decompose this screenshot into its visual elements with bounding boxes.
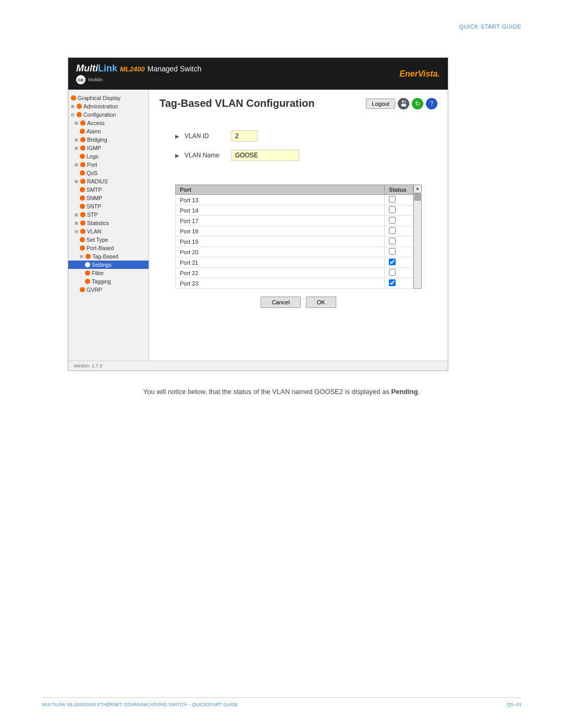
sidebar-item-qos[interactable]: QoS [68, 169, 149, 177]
sidebar-item-alarm[interactable]: Alarm [68, 127, 149, 135]
port-18-checkbox[interactable] [389, 227, 396, 234]
radius-icon [80, 179, 85, 184]
cancel-button[interactable]: Cancel [261, 297, 300, 308]
port-14-checkbox[interactable] [389, 206, 396, 213]
panel-controls: Logout 💾 ↻ ? [366, 98, 437, 109]
port-icon [80, 162, 85, 167]
table-row: Port 17 [176, 216, 413, 226]
vlan-name-row: ▶ VLAN Name [175, 150, 422, 161]
refresh-icon[interactable]: ↻ [412, 98, 423, 109]
table-row: Port 18 [176, 226, 413, 237]
ok-button[interactable]: OK [306, 297, 336, 308]
ge-logo: GE [76, 75, 85, 84]
status-cell [385, 278, 413, 289]
sidebar-item-settings[interactable]: Settings [68, 261, 149, 269]
port-20-checkbox[interactable] [389, 248, 396, 255]
sidebar-item-snmp[interactable]: SNMP [68, 194, 149, 202]
version-bar: Version: 1.7.3 [68, 361, 448, 371]
sidebar-item-configuration[interactable]: ⊟ Configuration [68, 110, 149, 119]
set-type-label: Set Type [87, 237, 108, 243]
table-scrollbar[interactable]: ▲ [413, 184, 422, 289]
vlan-id-arrow: ▶ [175, 133, 179, 139]
stp-expand-icon: ⊞ [75, 213, 78, 217]
scroll-thumb[interactable] [414, 193, 421, 201]
statistics-icon [80, 220, 85, 226]
sidebar-item-administration[interactable]: ⊞ Administration [68, 102, 149, 110]
tagging-label: Tagging [92, 278, 111, 285]
sidebar-item-set-type[interactable]: Set Type [68, 236, 149, 244]
table-row: Port 21 [176, 257, 413, 268]
vlan-name-input[interactable] [231, 150, 299, 161]
statistics-label: Statistics [87, 220, 109, 226]
sidebar-item-vlan[interactable]: ⊟ VLAN [68, 227, 149, 236]
footer-left: MULTILINK ML1600/2400 ETHERNET COMMUNICA… [42, 702, 238, 707]
smtp-icon [80, 187, 85, 192]
port-cell: Port 14 [176, 205, 385, 216]
radius-label: RADIUS [87, 178, 108, 184]
logout-button[interactable]: Logout [366, 98, 395, 109]
port-23-checkbox[interactable] [389, 279, 396, 286]
port-19-checkbox[interactable] [389, 238, 396, 244]
settings-label: Settings [92, 262, 112, 268]
help-icon[interactable]: ? [426, 98, 437, 109]
snmp-label: SNMP [87, 195, 102, 201]
graphical-display-label: Graphical Display [78, 95, 120, 101]
sidebar-item-radius[interactable]: ⊞ RADIUS [68, 177, 149, 186]
tag-based-label: Tag-Based [92, 253, 118, 260]
sidebar-item-tagging[interactable]: Tagging [68, 277, 149, 286]
vlan-name-arrow: ▶ [175, 153, 179, 158]
sidebar-item-access[interactable]: ⊞ Access [68, 119, 149, 127]
graphical-display-icon [71, 95, 76, 101]
bridging-expand-icon: ⊞ [75, 138, 78, 142]
config-expand-icon: ⊟ [71, 113, 75, 117]
status-cell [385, 247, 413, 257]
app-title: MultiLink ML2400 Managed Switch [76, 63, 201, 74]
sidebar: Graphical Display ⊞ Administration ⊟ Con… [68, 90, 149, 361]
port-based-label: Port-Based [87, 245, 114, 251]
disk-icon[interactable]: 💾 [398, 98, 409, 109]
alarm-icon [80, 129, 85, 134]
igmp-expand-icon: ⊞ [75, 146, 78, 151]
access-icon [80, 120, 85, 126]
igmp-label: IGMP [87, 145, 101, 151]
port-13-checkbox[interactable] [389, 196, 396, 203]
port-17-checkbox[interactable] [389, 217, 396, 224]
sidebar-item-filter[interactable]: Filter [68, 269, 149, 277]
table-row: Port 13 [176, 195, 413, 205]
configuration-icon [77, 112, 82, 117]
sidebar-item-stp[interactable]: ⊞ STP [68, 211, 149, 219]
sidebar-item-port-based[interactable]: Port-Based [68, 244, 149, 252]
smtp-label: SMTP [87, 187, 102, 193]
port-cell: Port 21 [176, 257, 385, 268]
sidebar-item-smtp[interactable]: SMTP [68, 186, 149, 194]
form-section: ▶ VLAN ID ▶ VLAN Name [160, 120, 437, 179]
scroll-up-arrow[interactable]: ▲ [414, 185, 421, 192]
sidebar-item-logs[interactable]: Logs [68, 152, 149, 161]
footer-right: QS–33 [507, 702, 521, 707]
port-22-checkbox[interactable] [389, 269, 396, 276]
sidebar-item-gvrp[interactable]: GVRP [68, 286, 149, 294]
port-21-checkbox[interactable] [389, 258, 396, 265]
igmp-icon [80, 145, 85, 151]
access-label: Access [87, 120, 105, 126]
sidebar-item-port[interactable]: ⊞ Port [68, 161, 149, 169]
vlan-id-input[interactable] [231, 130, 258, 142]
administration-icon [77, 104, 82, 109]
body-text-content: You will notice below, that the status o… [143, 388, 391, 396]
sidebar-item-tag-based[interactable]: ⊟ Tag-Based [68, 252, 149, 261]
port-cell: Port 23 [176, 278, 385, 289]
status-cell [385, 216, 413, 226]
filter-icon [85, 270, 90, 276]
sntp-label: SNTP [87, 203, 101, 209]
sidebar-item-graphical-display[interactable]: Graphical Display [68, 94, 149, 102]
status-cell [385, 257, 413, 268]
sidebar-item-statistics[interactable]: ⊞ Statistics [68, 219, 149, 227]
main-panel: Tag-Based VLAN Configuration Logout 💾 ↻ … [149, 90, 448, 361]
statistics-expand-icon: ⊞ [75, 221, 78, 226]
sidebar-item-bridging[interactable]: ⊞ Bridging [68, 135, 149, 144]
body-end: . [418, 388, 420, 396]
sidebar-item-igmp[interactable]: ⊞ IGMP [68, 144, 149, 152]
sidebar-item-sntp[interactable]: SNTP [68, 202, 149, 211]
quick-start-label: QUICK START GUIDE [459, 23, 521, 30]
logs-label: Logs [87, 153, 99, 159]
